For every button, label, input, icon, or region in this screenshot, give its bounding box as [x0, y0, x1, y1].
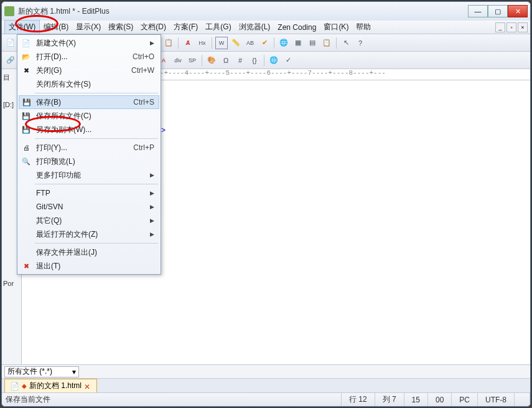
menu-ftp[interactable]: FTP ▶	[19, 186, 159, 200]
submenu-arrow-icon: ▶	[150, 204, 154, 210]
tab-close-icon[interactable]: ✕	[84, 382, 91, 390]
save-icon: 💾	[22, 97, 32, 107]
exit-icon: ✖	[21, 261, 31, 271]
tb-cursor-icon[interactable]: ↖	[340, 37, 352, 49]
menu-print-preview[interactable]: 🔍 打印预览(L)	[19, 154, 159, 168]
menu-help[interactable]: 帮助	[352, 21, 375, 34]
mdi-restore-icon[interactable]: ▫	[506, 22, 516, 32]
menu-separator	[35, 138, 158, 139]
menu-separator	[35, 184, 158, 184]
status-row: 行 12	[342, 393, 375, 406]
menu-browser[interactable]: 浏览器(L)	[235, 21, 274, 34]
tab-row: 📄 ◆ 新的文档 1.html ✕	[2, 379, 530, 392]
menu-recent[interactable]: 最近打开的文件(Z) ▶	[19, 227, 159, 241]
tb2-sp-icon[interactable]: SP	[186, 54, 198, 67]
tb-ruler-icon[interactable]: 📏	[230, 37, 242, 49]
tb-browser-icon[interactable]: 🌐	[278, 37, 290, 49]
window-buttons: — ▢ ✕	[468, 5, 528, 17]
tb-find-files-icon[interactable]: 📋	[162, 37, 175, 49]
bottom-area: 所有文件 (*.*) ▾ 📄 ◆ 新的文档 1.html ✕	[2, 364, 530, 392]
status-resize-grip[interactable]	[515, 393, 530, 406]
menubar: 文件(W) 编辑(B) 显示(X) 搜索(S) 文档(D) 方案(F) 工具(G…	[2, 21, 530, 34]
save-as-icon: 💾	[21, 125, 31, 135]
menu-zencoding[interactable]: Zen Coding	[274, 22, 320, 33]
menu-edit[interactable]: 编辑(B)	[40, 21, 72, 34]
modified-indicator-icon: ◆	[22, 382, 27, 389]
menu-project[interactable]: 方案(F)	[170, 21, 202, 34]
menu-window[interactable]: 窗口(K)	[320, 21, 352, 34]
por-label: Por	[3, 280, 14, 287]
open-file-icon: 📂	[21, 52, 31, 62]
filter-row: 所有文件 (*.*) ▾	[2, 365, 530, 379]
tb2-link-icon[interactable]: 🔗	[4, 54, 17, 67]
menu-file[interactable]: 文件(W)	[4, 20, 40, 34]
app-icon	[4, 6, 14, 16]
tb2-div-icon[interactable]: div	[172, 54, 184, 67]
status-mode: PC	[452, 393, 478, 406]
menu-close-file[interactable]: ✖ 关闭(G) Ctrl+W	[19, 64, 159, 77]
new-file-icon: 📄	[21, 38, 31, 48]
status-n1: 15	[404, 393, 428, 406]
minimize-button[interactable]: —	[468, 5, 488, 17]
tb-clip-icon[interactable]: 📋	[320, 37, 333, 49]
print-preview-icon: 🔍	[21, 156, 31, 166]
menu-print[interactable]: 🖨 打印(Y)... Ctrl+P	[19, 141, 159, 154]
submenu-arrow-icon: ▶	[150, 190, 154, 196]
menubar-right-icons: _ ▫ ×	[495, 22, 528, 32]
submenu-arrow-icon: ▶	[150, 40, 154, 46]
menu-close-all[interactable]: 关闭所有文件(S)	[19, 77, 159, 91]
menu-save-all[interactable]: 💾 保存所有文件(C)	[19, 109, 159, 123]
main-window: 新的文档 1.html * - EditPlus — ▢ ✕ 文件(W) 编辑(…	[1, 1, 531, 407]
menu-other[interactable]: 其它(Q) ▶	[19, 214, 159, 227]
menu-new-file[interactable]: 📄 新建文件(X) ▶	[19, 36, 159, 50]
status-n2: 00	[428, 393, 452, 406]
tb2-char-icon[interactable]: Ω	[220, 54, 232, 67]
submenu-arrow-icon: ▶	[150, 217, 154, 224]
save-all-icon: 💾	[21, 111, 31, 121]
tb2-validate-icon[interactable]: ✓	[282, 54, 294, 67]
status-encoding: UTF-8	[478, 393, 515, 406]
menu-search[interactable]: 搜索(S)	[105, 21, 137, 34]
menu-open-file[interactable]: 📂 打开(D)... Ctrl+O	[19, 50, 159, 64]
tb2-css-icon[interactable]: #	[234, 54, 246, 67]
file-tab[interactable]: 📄 ◆ 新的文档 1.html ✕	[4, 379, 97, 392]
mdi-close-icon[interactable]: ×	[518, 22, 528, 32]
submenu-arrow-icon: ▶	[150, 172, 154, 178]
titlebar: 新的文档 1.html * - EditPlus — ▢ ✕	[2, 2, 530, 21]
file-menu-dropdown: 📄 新建文件(X) ▶ 📂 打开(D)... Ctrl+O ✖ 关闭(G) Ct…	[17, 34, 161, 275]
tb2-js-icon[interactable]: {}	[248, 54, 261, 67]
tb2-palette-icon[interactable]: 🎨	[205, 54, 218, 67]
tb-new-icon[interactable]: 📄	[4, 37, 17, 49]
menu-view[interactable]: 显示(X)	[72, 21, 105, 34]
menu-save[interactable]: 💾 保存(B) Ctrl+S	[19, 95, 159, 109]
tb-panel-icon[interactable]: ▦	[292, 37, 304, 49]
tb-font-icon[interactable]: A̸	[182, 37, 194, 49]
status-col: 列 7	[375, 393, 404, 406]
menu-gitsvn[interactable]: Git/SVN ▶	[19, 200, 159, 214]
file-filter-select[interactable]: 所有文件 (*.*) ▾	[4, 366, 79, 377]
close-file-icon: ✖	[21, 65, 31, 75]
tb-output-icon[interactable]: ▤	[306, 37, 319, 49]
menu-exit[interactable]: ✖ 退出(T)	[19, 259, 159, 273]
maximize-button[interactable]: ▢	[488, 5, 508, 17]
statusbar: 保存当前文件 行 12 列 7 15 00 PC UTF-8	[2, 392, 530, 406]
tb-help-icon[interactable]: ?	[354, 37, 366, 49]
menu-separator	[35, 93, 158, 93]
menu-separator	[35, 243, 158, 244]
tb2-ie-icon[interactable]: 🌐	[268, 54, 280, 67]
print-icon: 🖨	[21, 143, 31, 153]
menu-save-as[interactable]: 💾 另存为副本(W)...	[19, 123, 159, 136]
mdi-minimize-icon[interactable]: _	[495, 22, 505, 32]
tb-check-icon[interactable]: ✔	[258, 37, 271, 49]
menu-document[interactable]: 文档(D)	[137, 21, 170, 34]
tb-hex-icon[interactable]: Hx	[196, 37, 208, 49]
close-button[interactable]: ✕	[508, 5, 528, 17]
menu-more-print[interactable]: 更多打印功能 ▶	[19, 168, 159, 182]
menu-tools[interactable]: 工具(G)	[202, 21, 235, 34]
menu-save-exit[interactable]: 保存文件并退出(J)	[19, 245, 159, 259]
tb-spell-icon[interactable]: AB	[244, 37, 256, 49]
folder-icon: 📄	[10, 382, 19, 391]
window-title: 新的文档 1.html * - EditPlus	[18, 6, 468, 17]
tb-wordwrap-icon[interactable]: W	[215, 37, 228, 49]
submenu-arrow-icon: ▶	[150, 231, 154, 237]
